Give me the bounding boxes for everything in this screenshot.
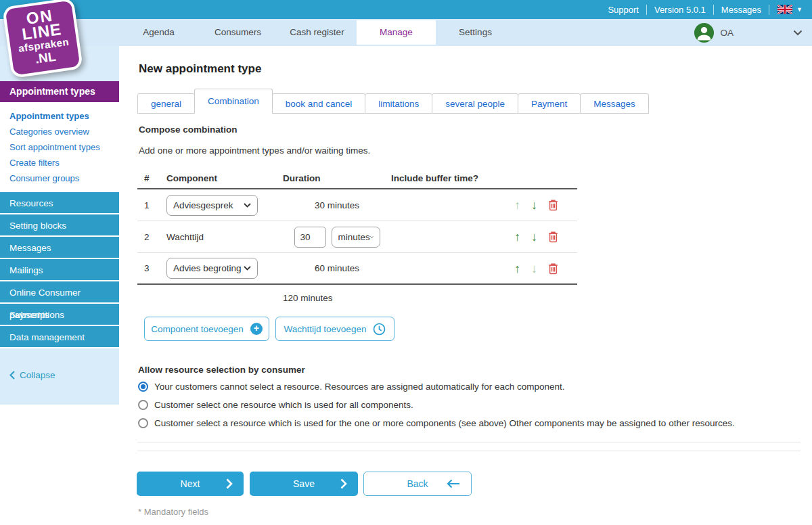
- col-header-component: Component: [166, 173, 283, 183]
- total-duration: 120 minutes: [283, 293, 333, 303]
- save-button[interactable]: Save: [250, 472, 358, 496]
- sidebar-item-setting-blocks[interactable]: Setting blocks: [0, 214, 119, 237]
- sidebar-item-subscriptions[interactable]: Subscriptions: [0, 304, 119, 326]
- radio-icon[interactable]: [138, 400, 148, 410]
- clock-icon: [373, 323, 386, 336]
- version-label: Version 5.0.1: [654, 5, 706, 15]
- table-row: 1 Adviesgesprek 30 minutes ↑ ↓: [137, 189, 577, 221]
- chevron-right-icon: [340, 478, 347, 489]
- sidebar-links: Appointment types Categories overview So…: [0, 102, 119, 192]
- col-header-buffer: Include buffer time?: [391, 173, 577, 183]
- sidebar-link-create-filters[interactable]: Create filters: [9, 155, 119, 170]
- chevron-right-icon: [226, 478, 233, 489]
- tab-bar: general Combination book and cancel limi…: [138, 89, 649, 114]
- add-component-button[interactable]: Component toevoegen +: [144, 317, 269, 341]
- user-initials: OA: [720, 28, 734, 38]
- sidebar-link-consumer-groups[interactable]: Consumer groups: [9, 170, 119, 186]
- col-header-duration: Duration: [283, 173, 391, 183]
- divider: [646, 5, 647, 15]
- move-up-button[interactable]: ↑: [514, 199, 520, 211]
- add-waiting-time-button[interactable]: Wachttijd toevoegen: [275, 317, 394, 341]
- tab-limitations[interactable]: limitations: [365, 93, 432, 114]
- sidebar-sections: Resources Setting blocks Messages Mailin…: [0, 192, 119, 348]
- divider: [137, 442, 800, 442]
- nav-item-settings[interactable]: Settings: [436, 19, 515, 46]
- mandatory-fields-note: * Mandatory fields: [138, 507, 208, 517]
- tab-messages[interactable]: Messages: [580, 93, 649, 114]
- tab-combination[interactable]: Combination: [194, 89, 273, 114]
- sidebar-collapse-button[interactable]: Collapse: [9, 370, 55, 380]
- move-up-button[interactable]: ↑: [514, 231, 520, 243]
- duration-value: 30 minutes: [315, 200, 359, 210]
- duration-value: 60 minutes: [315, 263, 359, 273]
- compose-combination-heading: Compose combination: [139, 124, 238, 135]
- page-title: New appointment type: [139, 62, 261, 76]
- move-down-button[interactable]: ↓: [531, 199, 537, 211]
- delete-row-button[interactable]: [548, 231, 558, 243]
- sidebar-item-data-management[interactable]: Data management: [0, 326, 119, 348]
- row-number: 1: [137, 200, 166, 210]
- avatar[interactable]: [694, 23, 714, 43]
- user-chevron-down-icon[interactable]: [793, 30, 803, 36]
- onlineafspraken-logo[interactable]: ON LINE afspraken .NL: [2, 0, 83, 78]
- combination-table: # Component Duration Include buffer time…: [137, 168, 577, 285]
- row-number: 3: [137, 263, 166, 273]
- tab-general[interactable]: general: [137, 93, 195, 114]
- support-link[interactable]: Support: [608, 5, 639, 15]
- nav-item-agenda[interactable]: Agenda: [119, 19, 198, 46]
- tab-book-and-cancel[interactable]: book and cancel: [272, 93, 365, 114]
- duration-input[interactable]: [294, 227, 326, 248]
- messages-link[interactable]: Messages: [721, 5, 761, 15]
- sidebar-item-resources[interactable]: Resources: [0, 192, 119, 214]
- sidebar: Appointment types Appointment types Cate…: [0, 19, 119, 405]
- nav-item-cash-register[interactable]: Cash register: [277, 19, 357, 46]
- sidebar-item-online-consumer-payments[interactable]: Online Consumer payments: [0, 281, 119, 304]
- back-button[interactable]: Back: [363, 472, 472, 496]
- chevron-down-icon: [244, 266, 251, 271]
- tab-payment[interactable]: Payment: [518, 93, 581, 114]
- radio-icon[interactable]: [138, 418, 148, 428]
- radio-selected-icon[interactable]: [138, 382, 148, 392]
- sidebar-link-appointment-types[interactable]: Appointment types: [9, 108, 119, 124]
- divider: [769, 5, 769, 15]
- chevron-left-icon: [9, 371, 15, 380]
- chevron-down-icon: [370, 235, 374, 239]
- chevron-down-icon: [244, 203, 251, 208]
- nav-item-manage[interactable]: Manage: [357, 20, 436, 45]
- divider: [137, 451, 800, 451]
- table-header-row: # Component Duration Include buffer time…: [137, 168, 577, 189]
- resource-option-one-resource[interactable]: Customer select one resource which is us…: [138, 400, 413, 410]
- move-down-button[interactable]: ↓: [531, 262, 537, 275]
- plus-icon: +: [250, 323, 263, 335]
- component-label: Wachttijd: [166, 232, 204, 242]
- duration-unit-select[interactable]: minutes: [332, 227, 380, 248]
- divider: [713, 5, 714, 15]
- row-number: 2: [137, 232, 166, 242]
- sidebar-header-appointment-types: Appointment types: [0, 81, 119, 102]
- arrow-left-icon: [447, 479, 460, 488]
- main-nav: Agenda Consumers Cash register Manage Se…: [0, 19, 812, 46]
- delete-row-button[interactable]: [548, 262, 558, 275]
- sidebar-link-sort-appointment-types[interactable]: Sort appointment types: [9, 139, 119, 155]
- col-header-num: #: [137, 173, 166, 183]
- delete-row-button[interactable]: [548, 199, 558, 211]
- user-menu[interactable]: OA: [694, 19, 812, 46]
- sidebar-link-categories-overview[interactable]: Categories overview: [9, 124, 119, 139]
- sidebar-item-mailings[interactable]: Mailings: [0, 259, 119, 281]
- resource-option-auto[interactable]: Your customers cannot select a resource.…: [138, 382, 565, 392]
- top-bar: Support Version 5.0.1 Messages ▼: [0, 0, 812, 19]
- table-row: 3 Advies begroting 60 minutes ↑ ↓: [137, 253, 577, 285]
- next-button[interactable]: Next: [137, 472, 244, 496]
- uk-flag-icon[interactable]: [777, 5, 792, 14]
- component-select[interactable]: Advies begroting: [166, 258, 258, 279]
- move-down-button[interactable]: ↓: [531, 231, 537, 243]
- compose-description: Add one or more appointment types and/or…: [139, 145, 370, 156]
- resource-option-per-component[interactable]: Customer select a resource which is used…: [138, 418, 735, 428]
- component-select[interactable]: Adviesgesprek: [166, 195, 258, 216]
- language-caret-icon[interactable]: ▼: [796, 6, 803, 13]
- move-up-button[interactable]: ↑: [514, 262, 520, 275]
- sidebar-item-messages[interactable]: Messages: [0, 237, 119, 259]
- resource-selection-heading: Allow resource selection by consumer: [138, 365, 305, 375]
- tab-several-people[interactable]: several people: [432, 93, 518, 114]
- nav-item-consumers[interactable]: Consumers: [198, 19, 277, 46]
